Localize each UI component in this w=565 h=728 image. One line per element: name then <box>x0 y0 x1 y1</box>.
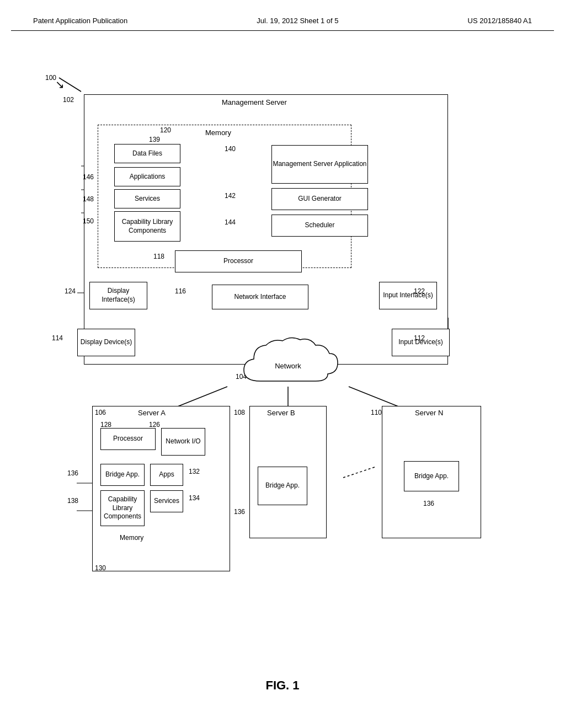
management-server-app-box: Management Server Application <box>271 145 368 184</box>
server-a-memory-label: Memory <box>120 534 143 542</box>
capability-library-label: Capability Library Components <box>115 218 180 235</box>
ref-126: 126 <box>149 421 160 429</box>
data-files-box: Data Files <box>114 144 180 163</box>
display-interfaces-box: Display Interface(s) <box>89 282 147 309</box>
svg-line-11 <box>172 387 227 409</box>
header-middle: Jul. 19, 2012 Sheet 1 of 5 <box>257 17 338 25</box>
ref-136-a: 136 <box>67 469 78 477</box>
ref-128: 128 <box>100 421 111 429</box>
scheduler-box: Scheduler <box>271 215 368 237</box>
input-devices-box: Input Device(s) <box>392 329 450 356</box>
processor-main-box: Processor <box>175 250 302 272</box>
ref-148: 148 <box>83 195 94 203</box>
display-devices-label: Display Device(s) <box>81 338 132 347</box>
capability-library-a-label: Capability Library Components <box>101 495 144 521</box>
ref-108: 108 <box>234 409 245 416</box>
patent-header: Patent Application Publication Jul. 19, … <box>11 11 554 31</box>
scheduler-label: Scheduler <box>305 221 334 230</box>
gui-generator-label: GUI Generator <box>298 195 342 204</box>
bridge-app-n-box: Bridge App. <box>404 461 459 491</box>
display-devices-box: Display Device(s) <box>77 329 135 356</box>
bridge-app-a-label: Bridge App. <box>105 470 140 479</box>
server-a-processor-box: Processor <box>100 428 156 450</box>
ref-150: 150 <box>83 217 94 225</box>
capability-library-box: Capability Library Components <box>114 211 180 242</box>
ref-114: 114 <box>52 334 63 342</box>
ref-124: 124 <box>65 287 76 295</box>
applications-label: Applications <box>130 173 166 181</box>
services-a-box: Services <box>150 490 183 512</box>
bridge-app-a-box: Bridge App. <box>100 464 145 486</box>
ref-122: 122 <box>414 287 425 295</box>
applications-box: Applications <box>114 167 180 186</box>
network-interface-label: Network Interface <box>234 293 286 302</box>
server-a-title-label: Server A <box>138 409 166 417</box>
gui-generator-box: GUI Generator <box>271 188 368 210</box>
ref-130: 130 <box>95 564 106 572</box>
ref-120: 120 <box>160 126 171 134</box>
diagram-container: 100 ↘ Management Server 102 Memory 120 D… <box>18 47 547 698</box>
arrow-100: ↘ <box>55 78 65 91</box>
services-label: Services <box>135 195 160 204</box>
ref-142: 142 <box>225 192 236 200</box>
ref-106: 106 <box>95 409 106 416</box>
bridge-app-n-label: Bridge App. <box>414 472 449 481</box>
figure-caption: FIG. 1 <box>18 678 547 693</box>
ref-139: 139 <box>149 136 160 143</box>
services-a-label: Services <box>154 497 179 506</box>
bridge-app-b-label: Bridge App. <box>265 481 300 490</box>
ref-132: 132 <box>189 468 200 475</box>
ref-138: 138 <box>67 497 78 505</box>
capability-library-a-box: Capability Library Components <box>100 490 145 526</box>
apps-label: Apps <box>159 470 174 479</box>
server-a-network-io-label: Network I/O <box>166 437 200 446</box>
processor-main-label: Processor <box>223 257 253 266</box>
server-b-title-label: Server B <box>267 409 295 417</box>
ref-110: 110 <box>371 409 382 416</box>
ref-144: 144 <box>225 218 236 226</box>
display-interfaces-label: Display Interface(s) <box>90 287 147 304</box>
ref-134: 134 <box>189 494 200 502</box>
server-a-processor-label: Processor <box>113 435 143 443</box>
ref-112: 112 <box>414 334 425 342</box>
services-box: Services <box>114 189 180 208</box>
management-server-label: Management Server <box>222 98 287 106</box>
ref-140: 140 <box>225 145 236 153</box>
network-interface-box: Network Interface <box>212 285 308 309</box>
server-n-title-label: Server N <box>415 409 443 417</box>
input-interfaces-label: Input Interface(s) <box>383 291 433 300</box>
svg-line-13 <box>349 387 404 409</box>
ref-136-n: 136 <box>423 500 434 507</box>
server-a-network-io-box: Network I/O <box>161 428 205 456</box>
header-right: US 2012/185840 A1 <box>468 17 532 25</box>
ref-116: 116 <box>175 287 186 295</box>
ref-118: 118 <box>153 253 164 260</box>
ref-146: 146 <box>83 173 94 181</box>
svg-line-24 <box>343 467 376 478</box>
apps-box: Apps <box>150 464 183 486</box>
ref-136-b: 136 <box>234 508 245 516</box>
header-left: Patent Application Publication <box>33 17 127 25</box>
data-files-label: Data Files <box>132 149 162 158</box>
ref-102: 102 <box>63 96 74 104</box>
management-server-app-label: Management Server Application <box>273 160 366 169</box>
input-interfaces-box: Input Interface(s) <box>379 282 437 309</box>
network-cloud: Network <box>227 334 349 395</box>
memory-label: Memory <box>205 129 231 137</box>
bridge-app-b-box: Bridge App. <box>258 467 307 505</box>
svg-text:Network: Network <box>275 362 301 370</box>
